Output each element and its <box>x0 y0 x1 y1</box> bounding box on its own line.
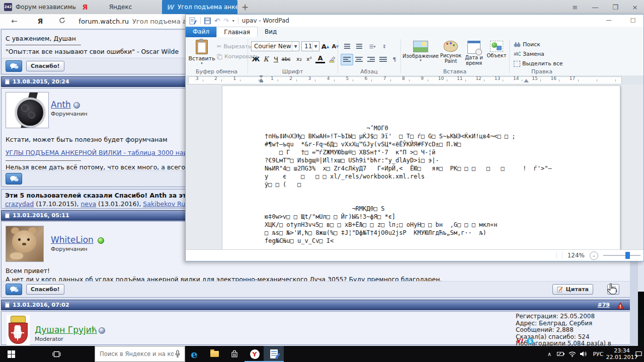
search-input[interactable] <box>95 350 175 358</box>
yandex-logo-icon[interactable]: Я <box>38 17 43 25</box>
indent-marker[interactable] <box>259 75 264 82</box>
right-indent-marker[interactable] <box>524 79 529 82</box>
start-button[interactable] <box>0 346 22 362</box>
speaker-icon[interactable] <box>578 346 589 362</box>
avatar-anth[interactable] <box>6 92 49 128</box>
avatar-whitelion[interactable] <box>6 226 44 262</box>
task-view-button[interactable] <box>46 346 66 362</box>
thanks-user-link[interactable]: crazydad <box>5 200 34 208</box>
avatar-dusan[interactable] <box>7 315 30 345</box>
line-spacing-button[interactable]: ⇕ <box>379 41 390 52</box>
battery-icon[interactable] <box>555 346 567 362</box>
justify-icon <box>379 57 387 63</box>
tab-view[interactable]: Вид <box>258 27 284 37</box>
skype-icon[interactable]: S <box>527 338 533 344</box>
highlight-button[interactable] <box>328 54 337 64</box>
qat-dropdown-icon[interactable]: ▾ <box>232 19 234 23</box>
tray-clock[interactable]: 23:34 22.01.2017 <box>610 346 634 362</box>
thanks-button[interactable]: Спасибо! <box>26 284 64 295</box>
browser-close-button[interactable]: × <box>626 0 644 14</box>
align-center-button[interactable] <box>353 54 365 65</box>
superscript-button[interactable]: x² <box>304 54 314 64</box>
thanks-user-link[interactable]: neva <box>80 200 96 208</box>
date-time-button[interactable]: Дата и время <box>463 41 485 66</box>
post-number-link[interactable]: #79 <box>597 302 610 308</box>
wordpad-document-text[interactable]: ¬’МОГ0 †пНь‡ИчХЭђ□ BKwАН»!T~ЪIЫ□ µЌJ$□ Э… <box>265 124 620 245</box>
wordpad-ruler[interactable]: 3211234567891011121314151617 <box>186 75 643 84</box>
insert-image-button[interactable]: Изображение ▾ <box>403 41 438 61</box>
align-right-button[interactable] <box>365 54 377 65</box>
document-page[interactable]: ¬’МОГ0 †пНь‡ИчХЭђ□ BKwАН»!T~ЪIЫ□ µЌJ$□ Э… <box>222 85 620 251</box>
increase-indent-button[interactable] <box>353 41 365 52</box>
tab-home[interactable]: Главная <box>216 27 258 37</box>
back-icon[interactable]: ← <box>11 17 18 26</box>
paste-button[interactable]: Вставить ▾ <box>190 40 214 64</box>
wordpad-title-bar[interactable]: ↶ ↷ ▾ upav - WordPad — □ <box>186 15 643 27</box>
reply-chat-button[interactable] <box>6 173 22 185</box>
browser-restore-button[interactable]: ❐ <box>606 0 624 14</box>
new-tab-button[interactable]: + <box>239 2 251 12</box>
cut-button[interactable]: ✂ Вырезать <box>217 43 252 50</box>
decrease-indent-button[interactable] <box>341 41 353 52</box>
forum-scrollbar[interactable] <box>630 261 638 346</box>
reply-chat-button[interactable] <box>6 60 22 72</box>
zoom-out-button[interactable]: – <box>590 251 598 260</box>
font-size-combo[interactable]: 11 ▼ <box>301 41 319 51</box>
quote-button[interactable]: Цитата <box>552 284 593 295</box>
yandex-favicon: Я <box>81 3 89 11</box>
paint-drawing-button[interactable]: Рисунок Paint <box>439 41 462 64</box>
zoom-slider[interactable] <box>603 255 640 256</box>
wordpad-minimize-button[interactable]: — <box>605 17 612 24</box>
bold-button[interactable]: Ж <box>251 54 261 64</box>
username-link[interactable]: Душан Грујић <box>35 325 97 335</box>
align-left-icon <box>343 57 351 63</box>
italic-button[interactable]: К <box>261 54 271 64</box>
tab-file[interactable]: Файл <box>186 27 216 37</box>
font-color-button[interactable]: A <box>315 54 325 63</box>
replace-button[interactable]: ab Замена <box>514 51 544 57</box>
refresh-icon[interactable] <box>59 17 65 26</box>
thanks-button[interactable]: Спасибо! <box>26 61 64 71</box>
tab-forum[interactable]: 242 Форум независимых часов <box>0 0 76 14</box>
username-link[interactable]: Anth <box>51 100 71 110</box>
redo-icon[interactable]: ↷ <box>223 18 229 24</box>
language-indicator[interactable]: РУС <box>590 346 607 362</box>
list-button[interactable]: ☰▾ <box>365 41 380 52</box>
url-domain[interactable]: forum.watch.ru <box>78 18 129 25</box>
select-all-button[interactable]: Выделить все <box>514 60 562 67</box>
underline-button[interactable]: Ч <box>271 54 281 64</box>
wordpad-document-area[interactable]: ¬’МОГ0 †пНь‡ИчХЭђ□ BKwАН»!T~ЪIЫ□ µЌJ$□ Э… <box>186 84 643 251</box>
shrink-font-button[interactable]: A▼ <box>331 42 340 51</box>
browser-minimize-button[interactable]: — <box>586 0 604 14</box>
subscript-button[interactable]: x₂ <box>294 54 304 64</box>
reply-chat-button[interactable] <box>6 284 22 295</box>
tab-yandex[interactable]: Я Яндекс <box>77 0 152 14</box>
action-center-icon[interactable] <box>633 346 644 362</box>
tray-chevron-icon[interactable]: ∧ <box>544 346 554 362</box>
zoom-slider-thumb[interactable] <box>625 252 630 259</box>
taskbar-yandex-browser-icon[interactable]: Y <box>245 346 265 362</box>
username-link[interactable]: WhiteLion <box>51 235 94 245</box>
taskbar-store-icon[interactable] <box>224 346 245 362</box>
wifi-icon[interactable] <box>567 346 578 362</box>
yahoo-icon[interactable]: Y! <box>516 338 523 345</box>
undo-icon[interactable]: ↶ <box>214 18 220 24</box>
tab-active-watch[interactable]: W Угол подъема анкерной × <box>162 0 237 14</box>
browser-menu-icon[interactable]: ≡ <box>566 0 584 14</box>
grow-font-button[interactable]: A▲ <box>320 42 330 51</box>
save-icon[interactable] <box>204 18 211 24</box>
wordpad-maximize-button[interactable]: □ <box>629 17 636 24</box>
taskbar-explorer-icon[interactable] <box>204 346 224 362</box>
taskbar-search-box[interactable] <box>95 346 185 362</box>
align-left-button[interactable] <box>341 54 353 65</box>
taskbar-wordpad-icon[interactable] <box>264 346 284 362</box>
find-button[interactable]: Поиск <box>514 41 540 48</box>
microphone-icon[interactable] <box>175 350 181 358</box>
font-name-combo[interactable]: Courier New ▼ <box>251 41 299 51</box>
paragraph-dialog-button[interactable]: ¶ <box>389 54 400 65</box>
taskbar-edge-icon[interactable]: e <box>184 346 204 362</box>
strikethrough-button[interactable]: abc <box>281 54 291 64</box>
insert-object-button[interactable]: Объект <box>486 41 508 58</box>
report-warning-icon[interactable]: ! <box>616 302 624 309</box>
justify-button[interactable] <box>377 54 389 65</box>
